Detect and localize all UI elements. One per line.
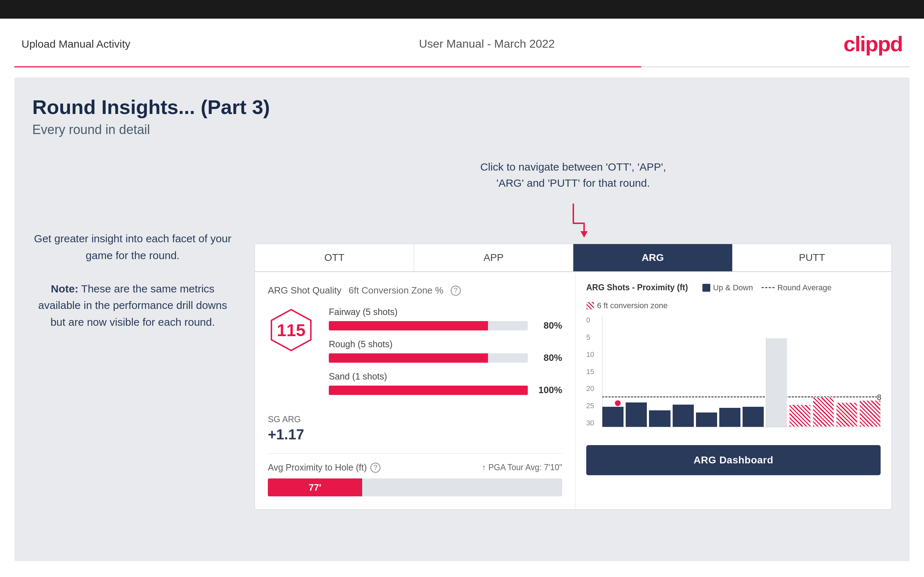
proximity-cursor	[361, 479, 362, 496]
sand-label: Sand (1 shots)	[329, 371, 562, 382]
rough-pct: 80%	[533, 352, 562, 363]
chart-bar-9	[789, 316, 810, 427]
bar-12	[859, 400, 880, 427]
legend-round-avg-label: Round Average	[777, 283, 832, 292]
shot-category-rough: Rough (5 shots) 80%	[329, 339, 562, 363]
fairway-bar-fill	[329, 321, 488, 330]
proximity-title: Avg Proximity to Hole (ft) ?	[268, 462, 380, 473]
header: Upload Manual Activity User Manual - Mar…	[0, 19, 924, 66]
content-layout: Get greater insight into each facet of y…	[32, 159, 892, 509]
bar-2	[626, 403, 647, 427]
card-left: ARG Shot Quality 6ft Conversion Zone % ?…	[255, 272, 575, 509]
insight-text: Get greater insight into each facet of y…	[34, 232, 231, 261]
page-title: Round Insights... (Part 3)	[32, 95, 892, 119]
arrow-container	[255, 202, 892, 240]
chart-area: 30 25 20 15 10 5 0 8	[586, 316, 880, 438]
help-icon[interactable]: ?	[451, 285, 461, 296]
proximity-value: 77'	[309, 482, 321, 493]
legend-up-down: Up & Down	[703, 283, 753, 292]
shot-quality-label: ARG Shot Quality	[268, 285, 341, 296]
bar-1	[603, 407, 624, 427]
hex-score-value: 115	[277, 321, 305, 340]
rough-label: Rough (5 shots)	[329, 339, 562, 350]
card-right: ARG Shots - Proximity (ft) Up & Down Rou…	[575, 272, 892, 509]
pga-avg: ↑ PGA Tour Avg: 7'10"	[482, 463, 562, 472]
tab-ott[interactable]: OTT	[255, 244, 414, 271]
chart-y-labels: 30 25 20 15 10 5 0	[586, 316, 599, 427]
proximity-header: Avg Proximity to Hole (ft) ? ↑ PGA Tour …	[268, 462, 562, 473]
proximity-bar-container: 77'	[268, 479, 562, 496]
chart-bar-8	[766, 316, 787, 427]
proximity-label: Avg Proximity to Hole (ft)	[268, 462, 367, 473]
rough-bar-row: 80%	[329, 352, 562, 363]
top-bar	[0, 0, 924, 19]
proximity-section: Avg Proximity to Hole (ft) ? ↑ PGA Tour …	[268, 453, 562, 496]
clippd-logo: clippd	[843, 32, 903, 56]
chart-header: ARG Shots - Proximity (ft) Up & Down Rou…	[586, 283, 880, 310]
chart-bar-12	[859, 316, 880, 427]
chart-bar-7	[743, 316, 764, 427]
conversion-zone-label: 6ft Conversion Zone %	[349, 285, 443, 296]
bar-9	[789, 405, 810, 427]
sand-pct: 100%	[533, 385, 562, 396]
hexagon-score: 115	[268, 307, 315, 353]
chart-bar-5	[696, 316, 717, 427]
chart-bar-2	[626, 316, 647, 427]
main-content: Round Insights... (Part 3) Every round i…	[15, 77, 909, 561]
fairway-bar-row: 80%	[329, 320, 562, 331]
shot-category-fairway: Fairway (5 shots) 80%	[329, 307, 562, 331]
arg-dashboard-button[interactable]: ARG Dashboard	[586, 445, 880, 475]
sg-arg-section: SG ARG +1.17	[268, 414, 562, 443]
upload-manual-link[interactable]: Upload Manual Activity	[21, 38, 131, 50]
legend-up-down-icon	[703, 284, 710, 292]
proximity-help-icon[interactable]: ?	[370, 463, 380, 473]
y-label-15: 15	[586, 368, 599, 376]
bar-7	[743, 407, 764, 427]
y-label-30: 30	[586, 419, 599, 427]
sand-bar-row: 100%	[329, 385, 562, 396]
chart-bar-6	[719, 316, 740, 427]
note-label: Note:	[51, 283, 79, 295]
sg-arg-label: SG ARG	[268, 414, 562, 424]
shot-categories: Fairway (5 shots) 80%	[329, 307, 562, 403]
navigate-instruction: Click to navigate between 'OTT', 'APP','…	[255, 159, 892, 191]
bar-11	[836, 403, 857, 427]
bar-10	[813, 397, 834, 427]
header-center-text: User Manual - March 2022	[419, 37, 555, 50]
rough-bar-fill	[329, 353, 488, 363]
tab-putt[interactable]: PUTT	[733, 244, 892, 271]
tab-arg[interactable]: ARG	[573, 244, 733, 271]
rough-bar-container	[329, 353, 528, 363]
fairway-bar-container	[329, 321, 528, 330]
chart-bar-3	[649, 316, 670, 427]
sg-arg-value: +1.17	[268, 427, 562, 443]
legend-conversion: 6 ft conversion zone	[586, 301, 668, 310]
y-label-25: 25	[586, 402, 599, 410]
legend-hatched-icon	[586, 302, 594, 309]
legend-dashed-icon	[762, 287, 774, 288]
arrow-icon	[552, 202, 595, 238]
chart-bar-10	[813, 316, 834, 427]
tabs-container: OTT APP ARG PUTT	[255, 244, 892, 272]
chart-title: ARG Shots - Proximity (ft)	[586, 283, 688, 292]
tab-app[interactable]: APP	[414, 244, 573, 271]
bar-3	[649, 410, 670, 427]
right-panel: Click to navigate between 'OTT', 'APP','…	[255, 159, 892, 509]
bar-6	[719, 408, 740, 427]
sand-bar-container	[329, 386, 528, 395]
bar-5	[696, 413, 717, 427]
proximity-bar-fill: 77'	[268, 479, 362, 496]
chart-bar-11	[836, 316, 857, 427]
shot-category-sand: Sand (1 shots) 100%	[329, 371, 562, 396]
y-label-10: 10	[586, 350, 599, 359]
svg-marker-0	[580, 231, 588, 238]
sand-bar-fill	[329, 386, 528, 395]
card-body: ARG Shot Quality 6ft Conversion Zone % ?…	[255, 272, 892, 509]
chart-bar-1	[603, 316, 624, 427]
chart-bars-container	[602, 316, 880, 427]
chart-bar-4	[673, 316, 694, 427]
bar-8	[766, 338, 787, 427]
fairway-pct: 80%	[533, 320, 562, 331]
y-label-20: 20	[586, 385, 599, 393]
header-divider	[15, 66, 909, 68]
